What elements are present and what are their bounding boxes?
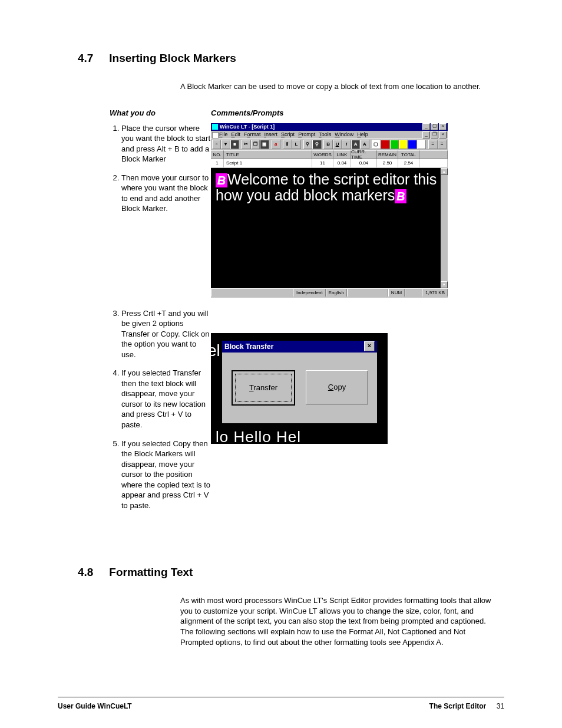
- tool-find[interactable]: ⚲: [303, 140, 312, 149]
- tool-paste[interactable]: ▣: [260, 140, 269, 149]
- wincue-window: WinCue LT - [Script 1] _ ▢ × File Edit F…: [211, 123, 448, 298]
- menu-edit[interactable]: Edit: [232, 131, 241, 137]
- section-number: 4.7: [78, 52, 106, 65]
- section-heading-4-7: 4.7 Inserting Block Markers: [58, 52, 504, 65]
- tool-font-plus[interactable]: A: [360, 140, 369, 149]
- titlebar-text: WinCue LT - [Script 1]: [220, 124, 422, 130]
- cell-total: 2.54: [398, 159, 419, 167]
- tool-underline[interactable]: U: [333, 140, 342, 149]
- menu-help[interactable]: Help: [357, 131, 368, 137]
- script-editor[interactable]: BWelcome to the script editor this how y…: [211, 168, 448, 288]
- block-transfer-screenshot: el l lo Hello Hel Block Transfer × Trans…: [211, 333, 388, 444]
- status-lang: English: [326, 289, 347, 297]
- block-marker-icon: B: [395, 189, 406, 203]
- cell-curr: 0.04: [351, 159, 377, 167]
- close-icon[interactable]: ×: [439, 123, 447, 130]
- scroll-up-icon[interactable]: ▴: [441, 168, 448, 175]
- menu-window[interactable]: Window: [335, 131, 353, 137]
- tool-check[interactable]: a: [272, 140, 280, 149]
- footer-page: 31: [497, 702, 504, 710]
- tool-color-red[interactable]: [381, 140, 389, 149]
- cell-remain: 2.50: [377, 159, 398, 167]
- section-intro: A Block Marker can be used to move or co…: [180, 81, 500, 92]
- footer-left: User Guide WinCueLT: [58, 702, 132, 710]
- toolbar: ▫ ▾ ■ ✂ ❐ ▣ a ⬆ L ⚲ ⚲ B U: [211, 139, 448, 150]
- grid-header-curr[interactable]: CURR. TIME: [351, 150, 377, 159]
- cell-link: 0.04: [333, 159, 351, 167]
- footer-rule: [58, 697, 504, 697]
- tool-align-center[interactable]: ≡: [438, 140, 447, 149]
- dialog-close-icon[interactable]: ×: [364, 341, 375, 351]
- menu-tools[interactable]: Tools: [319, 131, 331, 137]
- document-icon[interactable]: [212, 132, 219, 139]
- step-3: Press Crtl +T and you will be given 2 op…: [121, 308, 211, 360]
- grid-header-link[interactable]: LINK: [333, 150, 351, 159]
- tool-save[interactable]: ■: [230, 140, 239, 149]
- scroll-down-icon[interactable]: ▾: [441, 281, 448, 288]
- menu-file[interactable]: File: [219, 131, 228, 137]
- left-column-header: What you do: [110, 108, 211, 117]
- block-transfer-dialog: Block Transfer × Transfer Copy: [222, 340, 378, 424]
- grid-header-no[interactable]: NO.: [211, 150, 224, 159]
- tool-color-white[interactable]: [417, 140, 426, 149]
- status-size: 1,976 KB: [422, 289, 448, 297]
- grid-header-title[interactable]: TITLE: [224, 150, 312, 159]
- mdi-close-icon[interactable]: ×: [439, 131, 447, 139]
- tool-color-green[interactable]: [390, 140, 399, 149]
- tool-open[interactable]: ▾: [221, 140, 230, 149]
- step-5: If you selected Copy then the Block Mark…: [121, 439, 211, 511]
- tool-cut[interactable]: ✂: [242, 140, 250, 149]
- copy-button[interactable]: Copy: [306, 370, 368, 404]
- menu-prompt[interactable]: Prompt: [298, 131, 315, 137]
- maximize-icon[interactable]: ▢: [431, 123, 438, 130]
- tool-copy[interactable]: ❐: [251, 140, 260, 149]
- grid-header-remain[interactable]: REMAIN: [377, 150, 398, 159]
- app-icon: [212, 124, 218, 130]
- cell-words: 11: [312, 159, 333, 167]
- section-title: Formatting Text: [109, 566, 193, 578]
- menubar: File Edit Format Insert Script Prompt To…: [211, 131, 448, 139]
- grid-header-total[interactable]: TOTAL: [398, 150, 419, 159]
- grid-header-words[interactable]: WORDS: [312, 150, 333, 159]
- cell-no: 1: [211, 159, 224, 167]
- section-intro-2: As with most word processors WinCue LT's…: [180, 595, 500, 647]
- tool-color-yellow[interactable]: [399, 140, 408, 149]
- tool-color-blue[interactable]: [408, 140, 416, 149]
- mdi-restore-icon[interactable]: ❐: [431, 131, 438, 139]
- section-number: 4.8: [78, 566, 106, 579]
- tool-inverse[interactable]: A: [351, 140, 360, 149]
- footer-section: The Script Editor: [429, 702, 487, 710]
- dialog-titlebar: Block Transfer ×: [222, 341, 377, 353]
- bg-text: el: [211, 341, 220, 360]
- tool-prompt-down[interactable]: L: [292, 140, 300, 149]
- tool-replace[interactable]: ⚲: [312, 140, 321, 149]
- step-1: Place the cursor where you want the bloc…: [121, 123, 211, 164]
- statusbar: Independent English NUM 1,976 KB: [211, 288, 448, 297]
- tool-align-left[interactable]: ≡: [428, 140, 437, 149]
- dialog-title: Block Transfer: [224, 342, 364, 351]
- menu-script[interactable]: Script: [281, 131, 295, 137]
- tool-italic[interactable]: I: [342, 140, 351, 149]
- grid-row[interactable]: 1 Script 1 11 0.04 0.04 2.50 2.54: [211, 159, 448, 168]
- status-mode: Independent: [293, 289, 326, 297]
- step-4: If you selected Transfer then the text b…: [121, 368, 211, 430]
- menu-format[interactable]: Format: [244, 131, 261, 137]
- cell-title: Script 1: [224, 159, 312, 167]
- scrollbar[interactable]: ▴ ▾: [441, 168, 448, 288]
- section-heading-4-8: 4.8 Formatting Text: [58, 566, 504, 579]
- section-title: Inserting Block Markers: [109, 52, 236, 64]
- menu-insert[interactable]: Insert: [265, 131, 278, 137]
- tool-prompt-up[interactable]: ⬆: [283, 140, 292, 149]
- tool-color-black[interactable]: ▢: [372, 140, 381, 149]
- bg-text: lo Hello Hel: [216, 428, 301, 444]
- footer-right: The Script Editor 31: [429, 702, 504, 710]
- block-marker-icon: B: [216, 173, 227, 187]
- tool-bold[interactable]: B: [323, 140, 332, 149]
- mdi-minimize-icon[interactable]: _: [422, 131, 430, 139]
- transfer-button[interactable]: Transfer: [232, 370, 295, 406]
- tool-new[interactable]: ▫: [212, 140, 221, 149]
- titlebar: WinCue LT - [Script 1] _ ▢ ×: [211, 123, 448, 131]
- status-num: NUM: [388, 289, 405, 297]
- minimize-icon[interactable]: _: [422, 123, 430, 130]
- footer: User Guide WinCueLT The Script Editor 31: [58, 702, 504, 710]
